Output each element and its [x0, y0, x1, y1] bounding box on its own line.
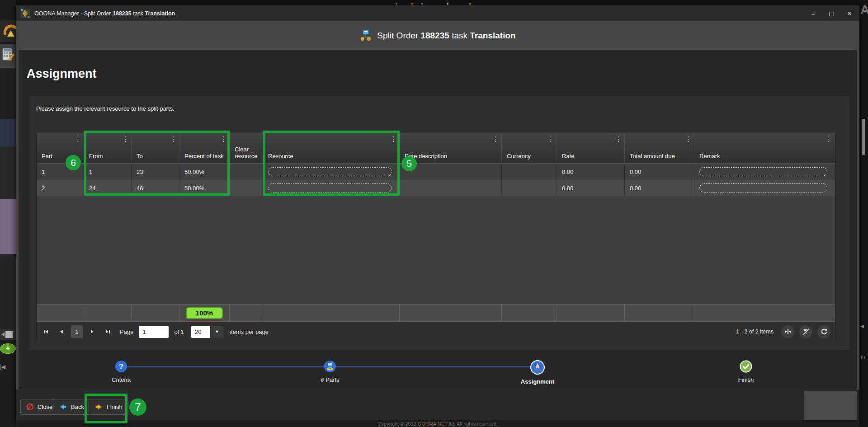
cell-currency[interactable] — [502, 164, 557, 180]
page-size-value[interactable]: 20 — [191, 326, 210, 338]
cell-clear-resource[interactable] — [230, 180, 263, 196]
annotation-circle-6: 6 — [66, 155, 81, 170]
page-label: Page — [120, 328, 133, 335]
annotation-circle-5: 5 — [401, 156, 417, 171]
split-order-icon: % % — [359, 29, 372, 42]
remark-input[interactable] — [699, 183, 827, 192]
grid-pager: 1 Page of 1 20 — [37, 322, 835, 342]
column-menu-icon[interactable] — [685, 136, 692, 142]
wizard-content-panel: Assignment Please assign the relevant re… — [19, 50, 857, 389]
cell-currency[interactable] — [502, 180, 557, 196]
maximize-icon[interactable]: ▢ — [828, 10, 835, 17]
page-of-label: of 1 — [174, 328, 184, 335]
background-refresh-icon[interactable]: ↻ — [860, 354, 865, 361]
close-icon[interactable]: × — [846, 9, 853, 18]
copyright-text: Copyright © 2012 OOONA.NET ltd. All righ… — [377, 421, 498, 427]
bottom-right-panel — [804, 391, 857, 425]
background-letter: A — [860, 3, 868, 17]
background-vscrollbar-thumb[interactable] — [862, 119, 865, 155]
skip-to-start-icon[interactable]: |◀ — [0, 364, 16, 370]
app-logo-icon — [20, 9, 30, 18]
background-right-strip: A ◀ ↻ — [859, 0, 868, 427]
person-icon — [530, 360, 545, 375]
column-header-currency[interactable]: Currency — [502, 133, 557, 163]
page-heading: Assignment — [27, 67, 97, 81]
background-home-icon — [0, 20, 16, 42]
question-icon: ? — [115, 360, 127, 373]
background-purple-block — [0, 199, 16, 254]
step-parts[interactable]: # Parts — [303, 360, 357, 383]
window-title: OOONA Manager - Split Order 188235 task … — [34, 10, 175, 17]
svg-text:%: % — [368, 38, 370, 41]
current-page-button[interactable]: 1 — [71, 325, 83, 338]
grid-empty-area — [37, 196, 835, 304]
cell-rate-description[interactable] — [400, 180, 502, 196]
clear-filter-button[interactable] — [799, 325, 812, 338]
titlebar[interactable]: OOONA Manager - Split Order 188235 task … — [16, 5, 859, 21]
items-per-page-label: items per page — [230, 328, 269, 335]
cell-remark — [694, 164, 835, 180]
annotation-circle-7: 7 — [129, 399, 146, 416]
svg-text:%: % — [362, 38, 364, 41]
fit-columns-button[interactable] — [781, 325, 794, 338]
column-menu-icon[interactable] — [615, 136, 622, 142]
step-finish[interactable]: Finish — [719, 360, 773, 383]
items-range-label: 1 - 2 of 2 items — [736, 328, 774, 335]
dialog-window: OOONA Manager - Split Order 188235 task … — [16, 5, 859, 427]
cell-rate[interactable]: 0.00 — [557, 164, 625, 180]
annotation-box-resource — [263, 131, 400, 196]
column-menu-icon[interactable] — [547, 136, 554, 142]
column-menu-icon[interactable] — [75, 136, 81, 142]
page-size-dropdown[interactable]: 20 ▼ — [191, 326, 223, 338]
cell-total-amount-due: 0.00 — [625, 164, 694, 180]
column-menu-icon[interactable] — [492, 136, 499, 142]
screen: De + |◀ A ◀ ↻ — [0, 0, 868, 427]
background-left-strip: De + |◀ — [0, 0, 16, 427]
step-criteria[interactable]: ? Criteria — [94, 360, 148, 383]
column-header-clear-resource[interactable]: Clear resource — [230, 133, 263, 163]
next-page-icon[interactable] — [86, 325, 98, 338]
column-header-rate[interactable]: Rate — [557, 133, 625, 163]
step-assignment[interactable]: Assignment — [510, 360, 565, 385]
chevron-down-icon[interactable]: ▼ — [210, 326, 223, 338]
annotation-box-finish — [85, 394, 127, 423]
background-navy-block — [0, 119, 16, 147]
background-hscrollbar[interactable] — [0, 329, 16, 340]
footer: Copyright © 2012 OOONA.NET ltd. All righ… — [16, 420, 859, 427]
cell-clear-resource[interactable] — [230, 164, 263, 180]
background-calculator-icon[interactable] — [0, 44, 16, 68]
dialog-title: Split Order 188235 task Translation — [377, 31, 515, 41]
page-number-input[interactable] — [139, 326, 169, 338]
first-page-icon[interactable] — [40, 325, 52, 338]
prohibition-icon — [26, 403, 34, 411]
scroll-left-icon[interactable] — [1, 332, 5, 337]
arrow-left-icon — [59, 403, 67, 411]
column-header-remark[interactable]: Remark — [694, 133, 835, 163]
cell-total-amount-due: 0.00 — [625, 180, 694, 196]
check-icon — [740, 360, 752, 373]
previous-page-icon[interactable] — [56, 325, 67, 338]
refresh-button[interactable] — [817, 325, 830, 338]
grid-aggregate-row: 100% — [37, 304, 835, 322]
minimize-icon[interactable]: – — [810, 10, 817, 17]
cell-rate[interactable]: 0.00 — [557, 180, 625, 196]
cell-remark — [694, 180, 835, 196]
instruction-text: Please assign the relevant resource to t… — [36, 105, 175, 112]
background-top-strip — [16, 0, 859, 5]
cell-part: 2 — [37, 180, 84, 196]
column-menu-icon[interactable] — [826, 136, 832, 142]
dialog-header: % % Split Order 188235 task Translation — [16, 21, 859, 50]
percent-total-badge: 100% — [186, 307, 223, 319]
annotation-box-from-to-percent — [84, 131, 230, 196]
svg-text:?: ? — [119, 363, 123, 371]
add-button-background[interactable]: + — [0, 343, 16, 354]
scroll-thumb[interactable] — [5, 331, 13, 338]
last-page-icon[interactable] — [102, 325, 113, 338]
split-icon — [324, 360, 336, 373]
background-collapse-icon[interactable]: ◀ — [860, 324, 864, 328]
brand-name: OOONA.NET — [418, 421, 448, 427]
column-header-total-amount-due[interactable]: Total amount due — [625, 133, 694, 163]
remark-input[interactable] — [699, 167, 827, 176]
